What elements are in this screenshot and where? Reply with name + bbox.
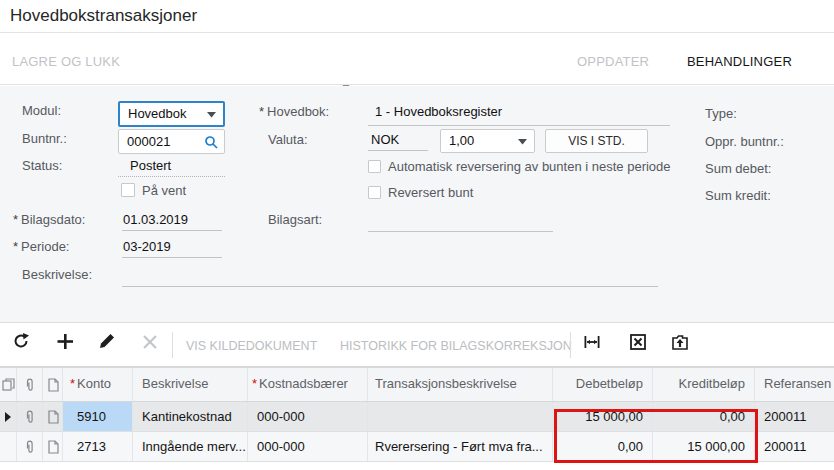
cell-transaksjonsbeskrivelse[interactable]: Rverersering - Ført mva fra... (368, 432, 553, 461)
row-doc-cell[interactable] (43, 402, 63, 431)
table-row[interactable]: 2713 Inngående merv... 000-000 Rvererser… (0, 432, 834, 462)
hovedbok-value[interactable]: 1 - Hovedboksregister (375, 104, 502, 119)
konto-required-marker: * (70, 376, 75, 391)
document-icon (47, 440, 59, 454)
kostnadsbaerer-header-label: Kostnadsbærer (259, 376, 348, 391)
row-files-cell[interactable] (17, 402, 43, 431)
export-excel-icon[interactable] (629, 333, 647, 351)
beskrivelse-header-label: Beskrivelse (142, 376, 208, 391)
column-header-debetbelop[interactable]: Debetbeløp (553, 368, 653, 401)
pa-vent-checkbox[interactable] (121, 183, 135, 197)
modul-caret-icon[interactable] (207, 112, 216, 118)
sum-kredit-label: Sum kredit: (705, 188, 771, 203)
row-doc-cell[interactable] (43, 432, 63, 461)
column-header-konto[interactable]: *Konto (63, 368, 133, 401)
status-label: Status: (22, 158, 62, 173)
periode-label: Periode: (21, 239, 69, 254)
actions-menu-button[interactable]: BEHANDLINGER (687, 54, 792, 69)
notes-column-header[interactable] (0, 368, 17, 401)
cell-konto[interactable]: 2713 (63, 432, 133, 461)
row-selector-cell[interactable] (0, 402, 17, 431)
cell-beskrivelse[interactable]: Inngående merv... (133, 432, 248, 461)
modul-value: Hovedbok (128, 106, 187, 121)
selected-row-arrow-icon (4, 411, 12, 423)
reversert-bunt-checkbox[interactable] (368, 186, 381, 199)
cell-referansen[interactable]: 200011 (755, 432, 834, 461)
add-row-icon[interactable] (56, 332, 74, 350)
update-button[interactable]: OPPDATER (577, 54, 649, 69)
vis-kildedokument-button[interactable]: VIS KILDEDOKUMENT (186, 339, 317, 353)
files-column-header[interactable] (17, 368, 43, 401)
paperclip-icon (24, 440, 36, 454)
column-header-referansen[interactable]: Referansen (755, 368, 834, 401)
valuta-underline (368, 150, 428, 151)
cell-konto[interactable]: 5910 (63, 402, 133, 431)
valuta-rate-value: 1,00 (449, 133, 474, 148)
cell-beskrivelse[interactable]: Kantinekostnad (133, 402, 248, 431)
transactions-grid: *Konto Beskrivelse *Kostnadsbærer Transa… (0, 367, 834, 462)
column-header-kostnadsbaerer[interactable]: *Kostnadsbærer (248, 368, 368, 401)
main-toolbar: LAGRE OG LUKK (0, 34, 834, 85)
cell-transaksjonsbeskrivelse[interactable] (368, 402, 553, 431)
status-divider (118, 176, 225, 177)
cell-kreditbelop[interactable]: 0,00 (653, 402, 755, 431)
title-bar: Hovedbokstransaksjoner (0, 0, 834, 33)
konto-header-label: Konto (77, 376, 111, 391)
column-header-kreditbelop[interactable]: Kreditbeløp (653, 368, 755, 401)
hovedbok-label: Hovedbok: (267, 104, 329, 119)
buntnr-value: 000021 (127, 134, 170, 149)
bilagsdato-underline (122, 230, 222, 231)
refresh-icon[interactable] (12, 332, 30, 350)
cell-kreditbelop[interactable]: 15 000,00 (653, 432, 755, 461)
oppr-buntnr-label: Oppr. buntnr.: (705, 134, 784, 149)
cell-kostnadsbaerer[interactable]: 000-000 (248, 402, 368, 431)
row-files-cell[interactable] (17, 432, 43, 461)
delete-row-icon[interactable] (141, 333, 159, 351)
bilagsdato-label: Bilagsdato: (21, 212, 85, 227)
buntnr-input[interactable]: 000021 (118, 129, 225, 154)
referansen-header-label: Referansen (764, 376, 831, 391)
paperclip-icon (24, 378, 36, 392)
auto-reversering-checkbox[interactable] (368, 160, 381, 173)
column-header-transaksjonsbeskrivelse[interactable]: Transaksjonsbeskrivelse (368, 368, 553, 401)
modul-select[interactable]: Hovedbok (118, 101, 225, 127)
edit-row-icon[interactable] (98, 332, 116, 350)
save-and-close-button[interactable]: LAGRE OG LUKK (12, 54, 120, 69)
search-icon[interactable] (204, 135, 218, 149)
page-title: Hovedbokstransaksjoner (10, 6, 197, 26)
vis-i-std-button[interactable]: VIS I STD. (545, 129, 648, 153)
bilagsdato-value[interactable]: 01.03.2019 (123, 212, 188, 227)
cell-debetbelop[interactable]: 15 000,00 (553, 402, 653, 431)
beskrivelse-underline (122, 286, 658, 287)
bilagsart-label: Bilagsart: (268, 212, 322, 227)
periode-value[interactable]: 03-2019 (123, 239, 171, 254)
reversert-bunt-label: Reversert bunt (388, 185, 473, 200)
cell-kostnadsbaerer[interactable]: 000-000 (248, 432, 368, 461)
periode-required-marker: * (13, 239, 18, 254)
periode-underline (122, 257, 222, 258)
document-icon (47, 410, 59, 424)
table-row[interactable]: 5910 Kantinekostnad 000-000 15 000,00 0,… (0, 402, 834, 432)
toolbar-divider-2 (570, 332, 571, 358)
cell-debetbelop[interactable]: 0,00 (553, 432, 653, 461)
toolbar-divider (172, 332, 173, 358)
actions-menu-label: BEHANDLINGER (687, 54, 792, 69)
type-label: Type: (705, 106, 737, 121)
column-header-beskrivelse[interactable]: Beskrivelse (133, 368, 248, 401)
valuta-rate-caret-icon[interactable] (518, 139, 527, 145)
pa-vent-label: På vent (142, 183, 186, 198)
bilagsdato-row: *Bilagsdato: (13, 212, 85, 227)
doc-column-header[interactable] (43, 368, 63, 401)
cell-referansen[interactable]: 200011 (755, 402, 834, 431)
valuta-currency-value[interactable]: NOK (371, 132, 399, 147)
historikk-button[interactable]: HISTORIKK FOR BILAGSKORREKSJON (340, 339, 572, 353)
row-selector-cell[interactable] (0, 432, 17, 461)
load-records-icon[interactable] (671, 333, 689, 351)
valuta-rate-select[interactable]: 1,00 (440, 129, 535, 153)
hovedbokstransaksjoner-window: Hovedbokstransaksjoner LAGRE OG LUKK (0, 0, 834, 470)
kreditbelop-header-label: Kreditbeløp (679, 376, 745, 391)
hovedbok-required-marker: * (259, 104, 264, 119)
valuta-label: Valuta: (268, 132, 308, 147)
fit-width-icon[interactable] (583, 333, 601, 351)
grid-toolbar: VIS KILDEDOKUMENT HISTORIKK FOR BILAGSKO… (0, 322, 834, 367)
